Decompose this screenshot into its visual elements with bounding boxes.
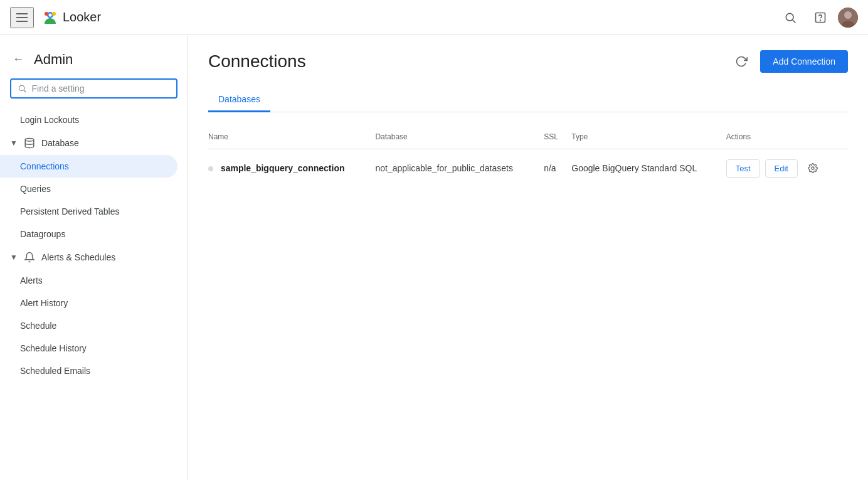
connection-settings-button[interactable] (803, 158, 823, 178)
cell-type: Google BigQuery Standard SQL (571, 149, 726, 188)
cell-name: sample_bigquery_connection (208, 149, 375, 188)
search-nav-button[interactable] (778, 5, 803, 30)
sidebar-item-alert-history[interactable]: Alert History (0, 292, 188, 314)
col-header-type: Type (571, 125, 726, 149)
svg-point-7 (820, 19, 821, 20)
bell-icon (24, 252, 35, 263)
avatar-image (838, 8, 858, 28)
help-nav-button[interactable] (808, 5, 833, 30)
sidebar-item-persistent-derived-tables[interactable]: Persistent Derived Tables (0, 200, 188, 223)
svg-point-14 (812, 167, 814, 169)
sidebar-item-connections[interactable]: Connections (0, 155, 177, 178)
svg-point-1 (49, 13, 52, 16)
svg-point-13 (25, 139, 34, 142)
refresh-button[interactable] (730, 50, 753, 73)
tabs: Databases (208, 88, 848, 112)
status-dot-icon (208, 166, 213, 171)
sidebar-section-alerts-schedules[interactable]: ▼ Alerts & Schedules (0, 245, 188, 269)
looker-logo-icon (41, 9, 59, 26)
cell-database: not_applicable_for_public_datasets (375, 149, 544, 188)
top-nav-left: Looker (10, 7, 101, 28)
sidebar-item-scheduled-emails[interactable]: Scheduled Emails (0, 360, 188, 382)
search-icon (784, 11, 797, 24)
main-layout: ← Admin Login Lockouts ▼ Database (0, 35, 868, 480)
add-connection-button[interactable]: Add Connection (760, 50, 848, 73)
action-buttons: Test Edit (726, 158, 838, 178)
test-connection-button[interactable]: Test (726, 159, 760, 178)
hamburger-line (16, 13, 28, 14)
refresh-icon (735, 55, 748, 68)
help-icon (814, 11, 827, 24)
database-icon (24, 137, 35, 149)
back-button[interactable]: ← (10, 50, 26, 68)
cell-actions: Test Edit (726, 149, 848, 188)
svg-point-4 (786, 13, 793, 21)
sidebar-item-datagroups[interactable]: Datagroups (0, 223, 188, 245)
top-nav-right (778, 5, 858, 30)
settings-search-box (10, 78, 177, 99)
edit-connection-button[interactable]: Edit (765, 159, 798, 178)
sidebar-item-schedule[interactable]: Schedule (0, 314, 188, 337)
sidebar-header: ← Admin (0, 45, 188, 78)
admin-title: Admin (34, 51, 73, 68)
table-header: Name Database SSL Type Actions (208, 125, 848, 149)
svg-point-3 (45, 12, 48, 16)
svg-line-5 (793, 19, 796, 23)
content-header: Connections Add Connection (208, 50, 848, 73)
settings-search-input[interactable] (32, 83, 170, 93)
col-header-name: Name (208, 125, 375, 149)
tab-databases[interactable]: Databases (208, 88, 270, 112)
svg-point-2 (52, 12, 56, 16)
logo-text: Looker (63, 10, 101, 24)
table-row: sample_bigquery_connection not_applicabl… (208, 149, 848, 188)
sidebar: ← Admin Login Lockouts ▼ Database (0, 35, 188, 480)
chevron-down-icon: ▼ (10, 139, 18, 147)
svg-point-11 (19, 85, 24, 90)
header-actions: Add Connection (730, 50, 848, 73)
col-header-database: Database (375, 125, 544, 149)
svg-point-9 (844, 11, 852, 19)
hamburger-line (16, 17, 28, 18)
logo-area: Looker (41, 9, 101, 26)
sidebar-item-queries[interactable]: Queries (0, 178, 188, 200)
top-nav: Looker (0, 0, 868, 35)
user-avatar[interactable] (838, 8, 858, 28)
col-header-ssl: SSL (544, 125, 571, 149)
sidebar-section-database[interactable]: ▼ Database (0, 131, 188, 155)
hamburger-menu-button[interactable] (10, 7, 34, 28)
chevron-down-icon: ▼ (10, 253, 18, 262)
sidebar-item-alerts[interactable]: Alerts (0, 269, 188, 292)
page-title: Connections (208, 51, 306, 72)
sidebar-item-login-lockouts[interactable]: Login Lockouts (0, 109, 188, 131)
gear-icon (808, 163, 818, 173)
col-header-actions: Actions (726, 125, 848, 149)
connections-table: Name Database SSL Type Actions sample_bi… (208, 125, 848, 187)
settings-search-icon (18, 83, 27, 93)
content-area: Connections Add Connection Databases (188, 35, 868, 480)
svg-line-12 (24, 90, 26, 92)
cell-ssl: n/a (544, 149, 571, 188)
hamburger-line (16, 21, 28, 22)
table-body: sample_bigquery_connection not_applicabl… (208, 149, 848, 188)
sidebar-item-schedule-history[interactable]: Schedule History (0, 337, 188, 360)
